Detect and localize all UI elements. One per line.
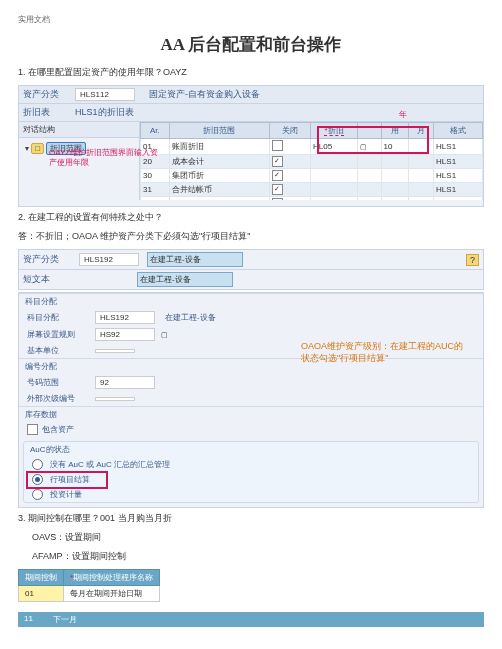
value-asset-class-2: HLS192 bbox=[79, 253, 139, 266]
help-icon[interactable]: ? bbox=[466, 254, 479, 266]
value-dep-area: HLS1的折旧表 bbox=[75, 106, 134, 119]
cell-period-val[interactable]: 01 bbox=[19, 586, 64, 602]
bar-text: 下一月 bbox=[53, 614, 77, 625]
col-procedure: *期间控制处理程序名称 bbox=[64, 570, 160, 586]
page-title: AA 后台配置和前台操作 bbox=[18, 33, 484, 56]
question-3: 3. 期间控制在哪里？001 当月购当月折 bbox=[18, 512, 484, 525]
checkbox[interactable]: ✓ bbox=[272, 184, 283, 195]
radio-option-1[interactable]: 没有 AuC 或 AuC 汇总的汇总管理 bbox=[24, 457, 478, 472]
label-asset-class-2: 资产分类 bbox=[23, 253, 71, 266]
checkbox[interactable]: ✓ bbox=[272, 198, 283, 200]
question-1: 1. 在哪里配置固定资产的使用年限？OAYZ bbox=[18, 66, 484, 79]
sap-panel-2: 资产分类 HLS192 在建工程-设备 ? 短文本 在建工程-设备 bbox=[18, 249, 484, 290]
tree-header: 对话结构 bbox=[19, 122, 139, 138]
value-asset-class: HLS112 bbox=[75, 88, 135, 101]
col-layout: 格式 bbox=[434, 123, 483, 139]
cell-procedure-val: 每月在期间开始日期 bbox=[64, 586, 160, 602]
radio-option-2[interactable]: 行项目结算 bbox=[24, 472, 478, 487]
group-auc: AuC的状态 bbox=[24, 442, 478, 457]
annotation-year: 年 bbox=[399, 110, 407, 120]
sap-panel-1: 资产分类 HLS112 固定资产-自有资金购入设备 折旧表 HLS1的折旧表 对… bbox=[18, 85, 484, 207]
annotation-1: OAYZ维护折旧范围界面输入资产使用年限 bbox=[49, 148, 159, 169]
line-oavs: OAVS：设置期间 bbox=[32, 531, 484, 544]
checkbox-include[interactable] bbox=[27, 424, 38, 435]
depreciation-table[interactable]: Ar. 折旧范围 关闭 *折旧 用 月 格式 01账面折旧 HL05▢10HLS… bbox=[140, 122, 483, 200]
group-account: 科目分配 bbox=[19, 293, 483, 309]
col-area: 折旧范围 bbox=[169, 123, 269, 139]
answer-2: 答：不折旧；OAOA 维护资产分类下必须勾选"行项目结算" bbox=[18, 230, 484, 243]
input-desc[interactable]: 在建工程-设备 bbox=[147, 252, 243, 267]
doc-header: 实用文档 bbox=[18, 14, 484, 25]
sap-panel-3: 科目分配 科目分配HLS192在建工程-设备 屏幕设置规则HS92▢ 基本单位 … bbox=[18, 292, 484, 508]
period-table: 期间控制*期间控制处理程序名称 01每月在期间开始日期 bbox=[18, 569, 160, 602]
checkbox[interactable]: ✓ bbox=[272, 170, 283, 181]
col-ar: Ar. bbox=[141, 123, 170, 139]
label-short-text: 短文本 bbox=[23, 273, 71, 286]
line-afamp: AFAMP：设置期间控制 bbox=[32, 550, 484, 563]
input-short-text[interactable]: 在建工程-设备 bbox=[137, 272, 233, 287]
folder-icon: □ bbox=[31, 143, 44, 154]
annotation-2: OAOA维护资产级别：在建工程的AUC的状态勾选"行项目结算" bbox=[301, 341, 471, 364]
label-asset-class: 资产分类 bbox=[23, 88, 71, 101]
folder-icon: ▾ bbox=[25, 144, 29, 153]
desc-asset-class: 固定资产-自有资金购入设备 bbox=[149, 88, 260, 101]
radio-option-3[interactable]: 投资计量 bbox=[24, 487, 478, 502]
question-2: 2. 在建工程的设置有何特殊之处中？ bbox=[18, 211, 484, 224]
col-period: 期间控制 bbox=[19, 570, 64, 586]
col-off: 关闭 bbox=[269, 123, 310, 139]
checkbox[interactable]: ✓ bbox=[272, 156, 283, 167]
footer-bar: 11 下一月 bbox=[18, 612, 484, 627]
group-inventory: 库存数据 bbox=[19, 406, 483, 422]
highlight-box bbox=[317, 126, 429, 154]
label-dep-area: 折旧表 bbox=[23, 106, 71, 119]
bar-num: 11 bbox=[24, 614, 33, 625]
checkbox[interactable] bbox=[272, 140, 283, 151]
